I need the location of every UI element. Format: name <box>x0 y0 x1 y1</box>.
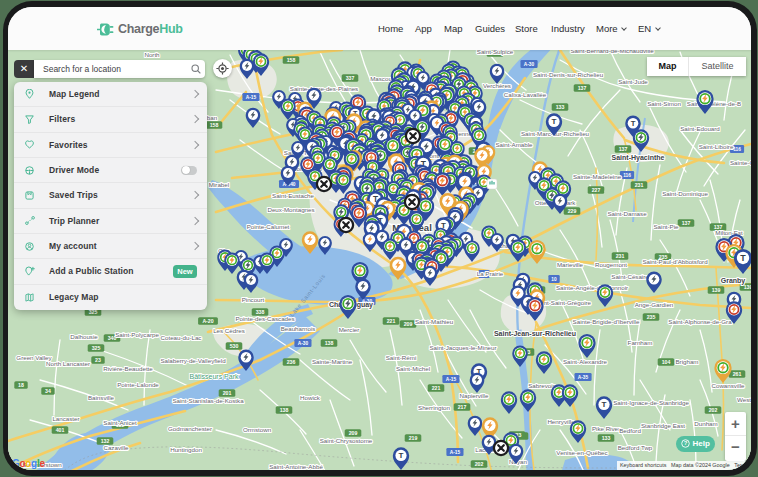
svg-text:231: 231 <box>616 253 625 259</box>
svg-text:Saint-Anicet: Saint-Anicet <box>103 419 137 426</box>
svg-text:Sabrevois: Sabrevois <box>528 382 556 389</box>
svg-text:Saint-Damase: Saint-Damase <box>607 210 647 217</box>
svg-text:Calixa-Lavallée: Calixa-Lavallée <box>504 91 547 98</box>
svg-text:209: 209 <box>404 321 413 327</box>
svg-text:North: North <box>144 51 160 58</box>
svg-text:Godmanchester: Godmanchester <box>168 425 212 432</box>
svg-text:Bâtisseurs Park: Bâtisseurs Park <box>189 373 239 380</box>
svg-text:Bedford Twp: Bedford Twp <box>618 444 653 451</box>
svg-text:227: 227 <box>592 187 601 193</box>
svg-text:Ormstown: Ormstown <box>243 426 272 433</box>
svg-text:Saint-Jean-sur-Richelieu: Saint-Jean-sur-Richelieu <box>494 330 576 337</box>
svg-text:137: 137 <box>682 220 691 226</box>
svg-text:Sainte-Martine: Sainte-Martine <box>312 358 353 365</box>
svg-text:137: 137 <box>619 146 628 152</box>
svg-text:Saint-Rémi: Saint-Rémi <box>386 354 417 361</box>
svg-text:202: 202 <box>475 461 484 467</box>
svg-text:Saint-Hyacinthe: Saint-Hyacinthe <box>612 154 665 162</box>
svg-text:North Lancaster: North Lancaster <box>46 360 90 367</box>
svg-text:221: 221 <box>387 318 396 324</box>
svg-text:Dalhousie: Dalhousie <box>70 333 98 340</box>
svg-text:Saint-Pie: Saint-Pie <box>653 223 679 230</box>
svg-text:Napierville: Napierville <box>460 392 489 399</box>
svg-text:?: ? <box>684 440 688 446</box>
svg-text:261: 261 <box>733 371 742 377</box>
svg-text:West: West <box>737 396 751 403</box>
svg-text:401: 401 <box>56 427 65 433</box>
svg-text:Mirabel: Mirabel <box>209 181 229 188</box>
svg-text:Saint-Ignace-de-Stanbridge: Saint-Ignace-de-Stanbridge <box>613 399 689 406</box>
svg-text:Saint-Stanislas-de-Kostka: Saint-Stanislas-de-Kostka <box>172 397 244 404</box>
svg-text:Mercier: Mercier <box>339 326 360 333</box>
svg-text:Venise-en-Québec: Venise-en-Québec <box>556 449 607 456</box>
svg-text:Saint-Antoine-Abbé: Saint-Antoine-Abbé <box>269 463 323 470</box>
svg-text:Saint-Polycarpe: Saint-Polycarpe <box>115 331 159 338</box>
svg-text:236: 236 <box>287 359 296 365</box>
svg-text:231: 231 <box>635 182 644 188</box>
svg-text:229: 229 <box>568 208 577 214</box>
svg-text:Henryville: Henryville <box>547 418 575 425</box>
svg-text:Salaberry-de-Valleyfield: Salaberry-de-Valleyfield <box>160 357 226 364</box>
svg-text:Sainte-Brigide-d'Iberville: Sainte-Brigide-d'Iberville <box>573 318 640 325</box>
svg-text:325: 325 <box>92 345 101 351</box>
svg-text:202: 202 <box>709 407 718 413</box>
svg-text:116: 116 <box>733 147 741 152</box>
svg-text:337: 337 <box>346 75 355 81</box>
svg-text:Les Cèdres: Les Cèdres <box>213 327 245 334</box>
svg-text:Saint-Michel: Saint-Michel <box>396 365 430 372</box>
svg-text:104: 104 <box>662 359 671 365</box>
svg-text:Pike River: Pike River <box>592 425 620 432</box>
svg-text:Rivière-Beaudette: Rivière-Beaudette <box>103 365 153 372</box>
svg-text:139: 139 <box>744 284 751 290</box>
svg-text:Saint-Denis-sur-Richelieu: Saint-Denis-sur-Richelieu <box>533 71 604 78</box>
svg-text:Bedford: Bedford <box>619 427 641 434</box>
svg-text:Saint-Alexandre: Saint-Alexandre <box>563 358 608 365</box>
svg-text:235: 235 <box>647 314 656 320</box>
svg-text:Marieville: Marieville <box>557 261 584 268</box>
svg-text:138: 138 <box>280 407 289 413</box>
svg-text:138: 138 <box>325 340 334 346</box>
svg-text:Stanbridge East: Stanbridge East <box>641 422 685 429</box>
svg-text:Deux-Montagnes: Deux-Montagnes <box>267 206 314 213</box>
svg-text:Pointe-Calumet: Pointe-Calumet <box>247 223 290 230</box>
svg-text:Lancaster: Lancaster <box>52 415 79 422</box>
svg-text:Farnham: Farnham <box>628 339 653 346</box>
svg-text:325: 325 <box>89 309 98 315</box>
svg-text:Pointe-Lalonde: Pointe-Lalonde <box>117 381 159 388</box>
svg-text:116: 116 <box>623 173 631 178</box>
svg-text:Pointe-des-Cascades: Pointe-des-Cascades <box>235 315 294 322</box>
svg-text:A-30: A-30 <box>298 341 309 346</box>
svg-text:217: 217 <box>458 404 467 410</box>
svg-text:A-15: A-15 <box>446 377 457 382</box>
svg-text:Saint-Chrysostome: Saint-Chrysostome <box>320 437 373 444</box>
svg-text:158: 158 <box>287 57 296 63</box>
svg-text:Saint-Sulpice: Saint-Sulpice <box>477 50 514 55</box>
svg-text:209: 209 <box>349 430 358 436</box>
svg-text:Sainte-C: Sainte-C <box>730 159 751 166</box>
svg-text:Dunham: Dunham <box>694 420 717 427</box>
svg-text:Cazaville: Cazaville <box>103 444 129 451</box>
svg-text:A-20: A-20 <box>202 318 213 324</box>
svg-text:Saint-Amable: Saint-Amable <box>495 141 533 148</box>
svg-text:158: 158 <box>210 122 219 128</box>
svg-text:Sainte-Hélène-de-B: Sainte-Hélène-de-B <box>687 100 741 107</box>
svg-text:Pincourt: Pincourt <box>242 296 265 303</box>
svg-text:A-15: A-15 <box>246 95 257 100</box>
svg-text:Howick: Howick <box>300 394 321 401</box>
svg-text:Beauharnois: Beauharnois <box>281 325 316 332</box>
svg-text:Saint-Césaire: Saint-Césaire <box>611 273 649 280</box>
svg-text:23: 23 <box>95 357 101 363</box>
svg-text:A-30: A-30 <box>524 62 535 67</box>
svg-text:221: 221 <box>432 385 441 391</box>
svg-text:Saint-Liboire: Saint-Liboire <box>699 143 734 150</box>
svg-text:Coteau-du-Lac: Coteau-du-Lac <box>161 334 202 341</box>
svg-text:Bainsville: Bainsville <box>88 394 115 401</box>
svg-text:133: 133 <box>602 435 611 441</box>
svg-text:A-35: A-35 <box>578 375 589 380</box>
svg-text:139: 139 <box>712 287 721 293</box>
svg-text:530: 530 <box>230 343 239 349</box>
svg-text:Cowansville: Cowansville <box>711 382 745 389</box>
svg-text:133: 133 <box>556 104 565 110</box>
svg-text:Sainte-Angèle-de-Monnoir: Sainte-Angèle-de-Monnoir <box>556 284 628 291</box>
svg-text:137: 137 <box>578 85 587 91</box>
